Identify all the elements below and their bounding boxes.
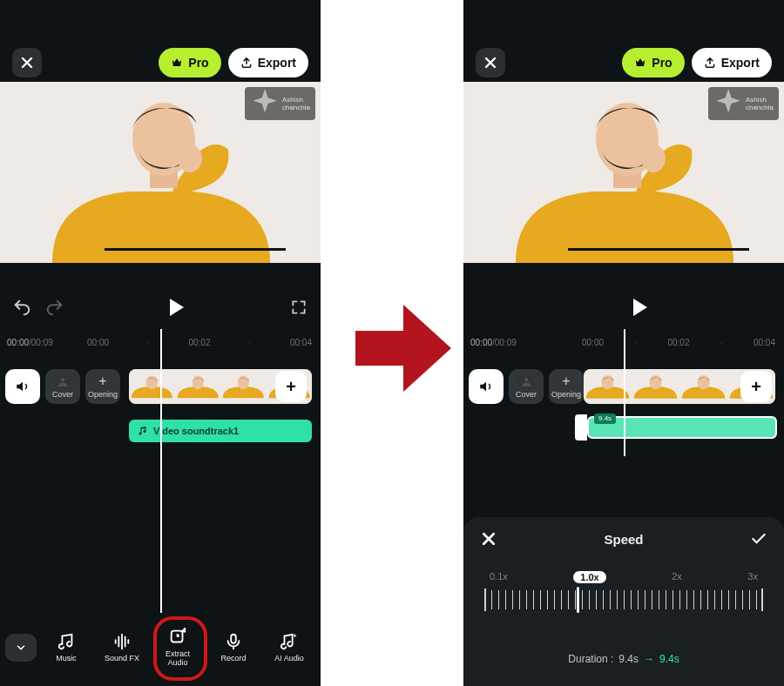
svg-point-3 — [178, 145, 202, 172]
svg-point-21 — [524, 378, 528, 381]
speaker-icon — [478, 379, 494, 394]
mute-button[interactable] — [469, 369, 504, 404]
playhead[interactable] — [624, 329, 625, 456]
close-button[interactable] — [476, 48, 505, 77]
panel-close-button[interactable] — [477, 528, 500, 550]
cover-button[interactable]: Cover — [509, 369, 544, 404]
panel-confirm-button[interactable] — [747, 528, 770, 550]
speed-label: 2x — [672, 571, 682, 583]
export-button[interactable]: Export — [228, 48, 308, 77]
close-icon — [482, 532, 496, 546]
speed-label-selected: 1.0x — [573, 571, 605, 583]
playhead[interactable] — [160, 329, 162, 613]
clip-trim-handle[interactable] — [575, 414, 587, 441]
audio-clip[interactable]: Video soundtrack1 — [129, 420, 312, 442]
music-button[interactable]: Music — [40, 622, 92, 673]
time-total: /00:09 — [492, 338, 517, 347]
export-button[interactable]: Export — [692, 48, 772, 77]
close-button[interactable] — [12, 48, 42, 77]
time-current: 00:00 — [470, 338, 492, 347]
opening-label: Opening — [88, 390, 118, 399]
play-button[interactable] — [170, 299, 184, 316]
ruler-tick: 00:02 — [188, 338, 210, 347]
cover-thumb — [517, 374, 535, 388]
svg-point-11 — [238, 376, 249, 390]
callout-ring — [153, 616, 207, 681]
opening-button[interactable]: + Opening — [549, 369, 584, 404]
ruler-tick: 00:04 — [754, 338, 775, 347]
svg-point-23 — [602, 375, 614, 390]
watermark-chip: Ashish chanchla — [708, 87, 779, 120]
speed-duration: Duration : 9.4s → 9.4s — [463, 653, 784, 665]
screenshot-after: Pro Export Ashish chanchla — [463, 0, 784, 686]
sparkle-icon — [250, 89, 280, 118]
plus-icon: + — [751, 377, 761, 397]
svg-point-27 — [698, 375, 710, 390]
svg-point-9 — [192, 376, 203, 390]
speed-panel: Speed 0.1x 1.0x 2x 3x Duration : 9.4s → … — [463, 517, 784, 686]
mic-icon — [224, 632, 243, 651]
fullscreen-icon — [290, 299, 308, 316]
check-icon — [750, 530, 767, 548]
chevron-down-icon — [15, 642, 27, 654]
export-icon — [240, 57, 253, 69]
cover-button[interactable]: Cover — [45, 369, 80, 404]
speed-label: 0.1x — [490, 571, 508, 583]
preview-progress[interactable] — [568, 248, 749, 251]
tutorial-arrow-icon — [355, 305, 451, 392]
pro-button[interactable]: Pro — [159, 48, 220, 77]
close-icon — [484, 57, 497, 69]
soundfx-button[interactable]: Sound FX — [96, 622, 148, 673]
export-label: Export — [721, 56, 760, 70]
close-icon — [21, 57, 33, 69]
export-icon — [704, 57, 716, 69]
fullscreen-button[interactable] — [289, 298, 308, 317]
music-note-icon — [138, 426, 148, 436]
add-clip-button[interactable]: + — [275, 371, 307, 402]
video-preview[interactable]: Ashish chanchla — [463, 82, 784, 263]
record-button[interactable]: Record — [207, 622, 260, 673]
play-button[interactable] — [633, 299, 647, 316]
ruler-tick: 00:00 — [87, 338, 109, 347]
svg-point-7 — [146, 376, 158, 390]
cover-label: Cover — [52, 390, 73, 399]
time-current: 00:00 — [7, 338, 29, 347]
video-preview[interactable]: Ashish chanchla — [0, 82, 321, 263]
sparkle-icon — [713, 89, 743, 118]
music-icon — [57, 632, 76, 651]
transport-row — [463, 289, 784, 326]
audio-clip-label: Video soundtrack1 — [153, 426, 239, 436]
preview-progress[interactable] — [105, 248, 286, 251]
pro-label: Pro — [652, 56, 672, 70]
crown-icon — [171, 57, 183, 69]
plus-icon: + — [98, 374, 106, 388]
svg-point-5 — [61, 378, 64, 381]
arrow-right-icon: → — [644, 653, 654, 665]
plus-icon: + — [286, 377, 296, 397]
crown-icon — [634, 57, 646, 69]
speed-thumb[interactable] — [577, 587, 579, 613]
speaker-icon — [15, 379, 30, 394]
ai-audio-icon — [280, 632, 299, 651]
speed-ruler[interactable] — [484, 590, 763, 609]
svg-point-19 — [641, 145, 666, 172]
opening-label: Opening — [551, 390, 581, 399]
time-total: /00:09 — [29, 338, 53, 347]
top-bar: Pro Export — [0, 44, 321, 82]
mute-button[interactable] — [5, 369, 40, 404]
speed-label: 3x — [747, 571, 758, 583]
ruler-tick: 00:04 — [290, 338, 312, 347]
plus-icon: + — [562, 374, 570, 388]
speed-slider[interactable]: 0.1x 1.0x 2x 3x — [484, 571, 763, 618]
add-clip-button[interactable]: + — [740, 371, 772, 402]
ai-audio-button[interactable]: AI Audio — [263, 622, 315, 673]
pro-button[interactable]: Pro — [622, 48, 684, 77]
undo-icon — [12, 298, 31, 317]
toolbar-collapse-button[interactable] — [5, 634, 37, 662]
undo-button[interactable] — [12, 298, 31, 317]
opening-button[interactable]: + Opening — [85, 369, 120, 404]
transport-row — [0, 289, 321, 326]
redo-icon — [45, 298, 64, 317]
audio-duration-tag: 9.4s — [594, 414, 616, 424]
redo-button[interactable] — [45, 298, 64, 317]
